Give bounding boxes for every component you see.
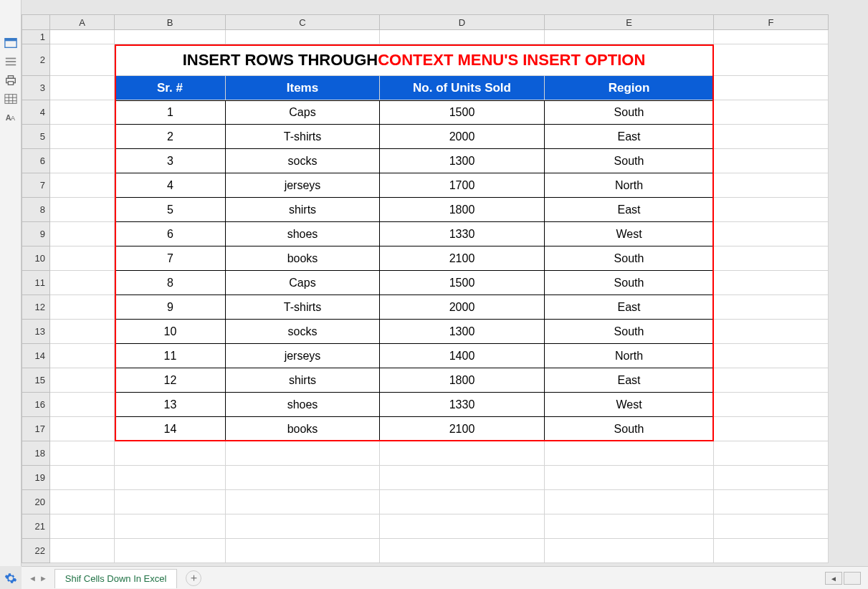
cell-F7[interactable] [714, 173, 829, 198]
row-header-19[interactable]: 19 [22, 466, 50, 490]
list-icon[interactable] [4, 56, 17, 67]
table-header[interactable]: No. of Units Sold [380, 76, 545, 100]
cell-B9[interactable]: 6 [115, 222, 226, 246]
cell-C15[interactable]: shirts [226, 368, 380, 393]
print-icon[interactable] [4, 75, 17, 86]
cell-D7[interactable]: 1700 [380, 173, 545, 198]
cell-B5[interactable]: 2 [115, 125, 226, 149]
cell-A4[interactable] [50, 100, 115, 125]
row-header-7[interactable]: 7 [22, 173, 50, 198]
cell-D10[interactable]: 2100 [380, 246, 545, 271]
cell-A12[interactable] [50, 295, 115, 320]
cell-C8[interactable]: shirts [226, 198, 380, 222]
cell-C18[interactable] [226, 441, 380, 466]
cell-F3[interactable] [714, 76, 829, 100]
cell-D19[interactable] [380, 466, 545, 490]
row-header-9[interactable]: 9 [22, 222, 50, 246]
cell-D22[interactable] [380, 539, 545, 563]
column-header-F[interactable]: F [714, 14, 829, 30]
cell-D9[interactable]: 1330 [380, 222, 545, 246]
cell-E14[interactable]: North [545, 344, 714, 368]
cell-E4[interactable]: South [545, 100, 714, 125]
scroll-left-button[interactable]: ◄ [825, 572, 842, 585]
row-header-6[interactable]: 6 [22, 149, 50, 173]
cell-E8[interactable]: East [545, 198, 714, 222]
cell-E21[interactable] [545, 514, 714, 539]
table-header[interactable]: Sr. # [115, 76, 226, 100]
table-icon[interactable] [4, 93, 17, 105]
row-header-12[interactable]: 12 [22, 295, 50, 320]
cell-E15[interactable]: East [545, 368, 714, 393]
cell-E17[interactable]: South [545, 417, 714, 441]
cell-F15[interactable] [714, 368, 829, 393]
row-header-22[interactable]: 22 [22, 539, 50, 563]
cell-A8[interactable] [50, 198, 115, 222]
row-header-16[interactable]: 16 [22, 393, 50, 417]
cell-B1[interactable] [115, 30, 226, 44]
tab-nav-prev-icon[interactable]: ◄ [29, 574, 37, 583]
cell-E1[interactable] [545, 30, 714, 44]
cell-A11[interactable] [50, 271, 115, 295]
cell-A15[interactable] [50, 368, 115, 393]
cell-E19[interactable] [545, 466, 714, 490]
cell-D14[interactable]: 1400 [380, 344, 545, 368]
find-icon[interactable]: AA [4, 112, 17, 123]
cell-B13[interactable]: 10 [115, 320, 226, 344]
cell-F2[interactable] [714, 44, 829, 76]
cell-F11[interactable] [714, 271, 829, 295]
cell-E11[interactable]: South [545, 271, 714, 295]
cell-F9[interactable] [714, 222, 829, 246]
cell-E18[interactable] [545, 441, 714, 466]
cell-F12[interactable] [714, 295, 829, 320]
cell-C21[interactable] [226, 514, 380, 539]
column-header-C[interactable]: C [226, 14, 380, 30]
cell-F22[interactable] [714, 539, 829, 563]
cell-B22[interactable] [115, 539, 226, 563]
cell-B6[interactable]: 3 [115, 149, 226, 173]
row-header-4[interactable]: 4 [22, 100, 50, 125]
cell-D6[interactable]: 1300 [380, 149, 545, 173]
table-header[interactable]: Region [545, 76, 714, 100]
add-sheet-button[interactable]: ＋ [186, 570, 201, 586]
column-header-D[interactable]: D [380, 14, 545, 30]
cell-C16[interactable]: shoes [226, 393, 380, 417]
cell-B21[interactable] [115, 514, 226, 539]
cell-F1[interactable] [714, 30, 829, 44]
cell-A19[interactable] [50, 466, 115, 490]
row-header-11[interactable]: 11 [22, 271, 50, 295]
cell-E22[interactable] [545, 539, 714, 563]
cell-E6[interactable]: South [545, 149, 714, 173]
cell-F16[interactable] [714, 393, 829, 417]
column-header-B[interactable]: B [115, 14, 226, 30]
cell-D13[interactable]: 1300 [380, 320, 545, 344]
cell-A2[interactable] [50, 44, 115, 76]
cell-C5[interactable]: T-shirts [226, 125, 380, 149]
cell-D18[interactable] [380, 441, 545, 466]
cell-F10[interactable] [714, 246, 829, 271]
select-all-corner[interactable] [22, 14, 50, 30]
cell-C19[interactable] [226, 466, 380, 490]
cell-B14[interactable]: 11 [115, 344, 226, 368]
column-header-A[interactable]: A [50, 14, 115, 30]
cell-E20[interactable] [545, 490, 714, 514]
cell-A21[interactable] [50, 514, 115, 539]
cell-D8[interactable]: 1800 [380, 198, 545, 222]
sheet-tab-active[interactable]: Shif Cells Down In Excel [54, 569, 178, 588]
cell-B18[interactable] [115, 441, 226, 466]
cell-A1[interactable] [50, 30, 115, 44]
cell-F13[interactable] [714, 320, 829, 344]
cell-D5[interactable]: 2000 [380, 125, 545, 149]
cell-C4[interactable]: Caps [226, 100, 380, 125]
cell-F4[interactable] [714, 100, 829, 125]
row-header-13[interactable]: 13 [22, 320, 50, 344]
cell-B4[interactable]: 1 [115, 100, 226, 125]
row-header-5[interactable]: 5 [22, 125, 50, 149]
cell-F21[interactable] [714, 514, 829, 539]
row-header-21[interactable]: 21 [22, 514, 50, 539]
cell-F18[interactable] [714, 441, 829, 466]
cell-F17[interactable] [714, 417, 829, 441]
cell-B10[interactable]: 7 [115, 246, 226, 271]
cell-B20[interactable] [115, 490, 226, 514]
row-header-14[interactable]: 14 [22, 344, 50, 368]
cell-B16[interactable]: 13 [115, 393, 226, 417]
